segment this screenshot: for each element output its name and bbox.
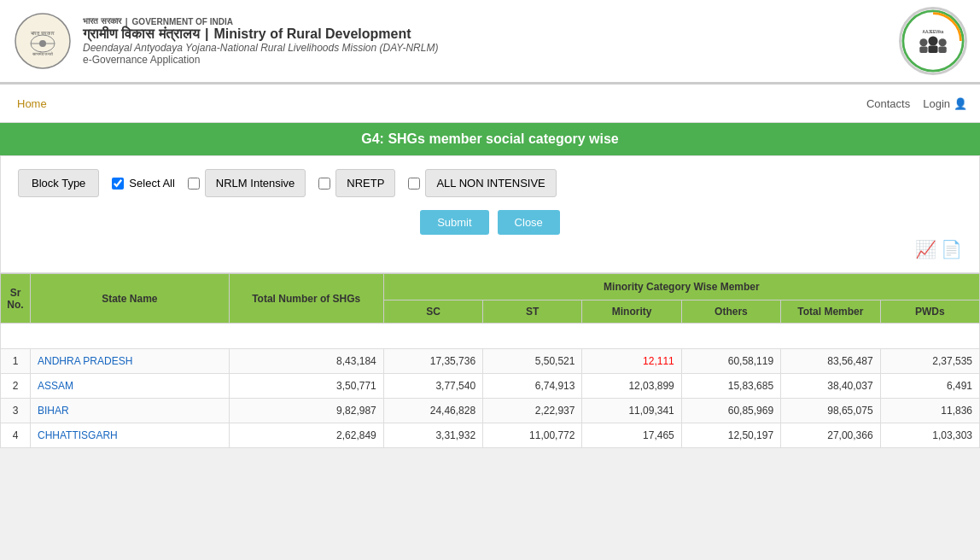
cell-total-member: 38,40,037 bbox=[781, 374, 880, 399]
col-header-total-member: Total Member bbox=[781, 300, 880, 324]
col-header-total-shgs: Total Number of SHGs bbox=[229, 274, 383, 324]
close-button[interactable]: Close bbox=[498, 210, 560, 235]
select-all-checkbox[interactable] bbox=[112, 178, 124, 190]
cell-minority: 11,09,341 bbox=[582, 399, 681, 423]
col-header-state: State Name bbox=[31, 274, 230, 324]
select-all-label: Select All bbox=[129, 177, 174, 190]
export-icons: 📈 📄 bbox=[18, 239, 962, 260]
cell-others: 12,50,197 bbox=[681, 423, 780, 448]
cell-sc: 17,35,736 bbox=[383, 349, 482, 374]
svg-point-12 bbox=[938, 38, 946, 46]
ministry-title: ग्रामीण विकास मंत्रालय | Ministry of Rur… bbox=[83, 26, 438, 42]
svg-point-10 bbox=[928, 36, 937, 45]
nav-left: Home bbox=[13, 89, 51, 119]
svg-point-8 bbox=[919, 38, 927, 46]
nretp-checkbox[interactable] bbox=[318, 178, 330, 190]
col-header-sc: SC bbox=[383, 300, 482, 324]
header-left: भारत सरकार सत्यमेव जयते भारत सरकार | GOV… bbox=[13, 11, 438, 71]
nav-right: Contacts Login 👤 bbox=[866, 97, 967, 110]
cell-sr: 1 bbox=[1, 349, 31, 374]
cell-others: 15,83,685 bbox=[681, 374, 780, 399]
cell-sr: 4 bbox=[1, 423, 31, 448]
ashoka-emblem: भारत सरकार सत्यमेव जयते bbox=[13, 11, 73, 71]
col-header-pwds: PWDs bbox=[880, 300, 979, 324]
excel-export-icon[interactable]: 📈 bbox=[915, 239, 936, 260]
page-title: G4: SHGs member social category wise bbox=[0, 123, 980, 155]
col-header-st: ST bbox=[483, 300, 582, 324]
filter-row: Block Type Select All NRLM Intensive NRE… bbox=[18, 169, 962, 197]
svg-rect-13 bbox=[938, 46, 946, 52]
cell-minority: 12,111 bbox=[582, 349, 681, 374]
col-header-sr: Sr No. bbox=[1, 274, 31, 324]
cell-total-shgs: 3,50,771 bbox=[229, 374, 383, 399]
page-header: भारत सरकार सत्यमेव जयते भारत सरकार | GOV… bbox=[0, 0, 980, 85]
nav-login[interactable]: Login 👤 bbox=[923, 97, 967, 110]
nrlm-intensive-checkbox[interactable] bbox=[188, 178, 200, 190]
col-header-minority: Minority bbox=[582, 300, 681, 324]
state-name-group-row: State Name bbox=[1, 324, 980, 349]
nrlm-intensive-button[interactable]: NRLM Intensive bbox=[205, 169, 306, 197]
cell-total-shgs: 9,82,987 bbox=[229, 399, 383, 423]
block-type-button[interactable]: Block Type bbox=[18, 169, 99, 197]
data-table-container: Sr No. State Name Total Number of SHGs M… bbox=[0, 273, 980, 448]
cell-total-shgs: 2,62,849 bbox=[229, 423, 383, 448]
cell-total-member: 83,56,487 bbox=[781, 349, 880, 374]
table-row: 3 BIHAR 9,82,987 24,46,828 2,22,937 11,0… bbox=[1, 399, 980, 423]
cell-total-member: 27,00,366 bbox=[781, 423, 880, 448]
cell-others: 60,58,119 bbox=[681, 349, 780, 374]
table-body: State Name 1 ANDHRA PRADESH 8,43,184 17,… bbox=[1, 324, 980, 448]
nav-contacts[interactable]: Contacts bbox=[866, 97, 910, 110]
submit-row: Submit Close bbox=[18, 210, 962, 235]
table-row: 4 CHHATTISGARH 2,62,849 3,31,932 11,00,7… bbox=[1, 423, 980, 448]
cell-pwds: 6,491 bbox=[880, 374, 979, 399]
cell-sc: 3,77,540 bbox=[383, 374, 482, 399]
cell-pwds: 11,836 bbox=[880, 399, 979, 423]
all-non-intensive-button[interactable]: ALL NON INTENSIVE bbox=[425, 169, 556, 197]
cell-st: 6,74,913 bbox=[483, 374, 582, 399]
cell-st: 5,50,521 bbox=[483, 349, 582, 374]
cell-sr: 3 bbox=[1, 399, 31, 423]
cell-sc: 3,31,932 bbox=[383, 423, 482, 448]
cell-others: 60,85,969 bbox=[681, 399, 780, 423]
header-text: भारत सरकार | GOVERNMENT OF INDIA ग्रामीण… bbox=[83, 16, 438, 66]
scheme-name: Deendayal Antyodaya Yojana-National Rura… bbox=[83, 42, 438, 54]
svg-text:AAJEEVika: AAJEEVika bbox=[923, 30, 944, 34]
cell-pwds: 1,03,303 bbox=[880, 423, 979, 448]
cell-st: 11,00,772 bbox=[483, 423, 582, 448]
pdf-export-icon[interactable]: 📄 bbox=[941, 239, 962, 260]
table-main-header-row: Sr No. State Name Total Number of SHGs M… bbox=[1, 274, 980, 300]
cell-minority: 12,03,899 bbox=[582, 374, 681, 399]
all-non-intensive-group: ALL NON INTENSIVE bbox=[408, 169, 556, 197]
cell-state[interactable]: ANDHRA PRADESH bbox=[31, 349, 230, 374]
state-name-group-label: State Name bbox=[1, 324, 980, 349]
select-all-group: Select All bbox=[112, 177, 174, 190]
svg-rect-9 bbox=[919, 46, 927, 52]
cell-total-member: 98,65,075 bbox=[781, 399, 880, 423]
filter-section: Block Type Select All NRLM Intensive NRE… bbox=[0, 155, 980, 273]
table-row: 2 ASSAM 3,50,771 3,77,540 6,74,913 12,03… bbox=[1, 374, 980, 399]
user-icon: 👤 bbox=[954, 97, 967, 110]
cell-state[interactable]: ASSAM bbox=[31, 374, 230, 399]
cell-pwds: 2,37,535 bbox=[880, 349, 979, 374]
table-row: 1 ANDHRA PRADESH 8,43,184 17,35,736 5,50… bbox=[1, 349, 980, 374]
app-type: e-Governance Application bbox=[83, 54, 438, 66]
nretp-button[interactable]: NRETP bbox=[335, 169, 395, 197]
cell-st: 2,22,937 bbox=[483, 399, 582, 423]
cell-sc: 24,46,828 bbox=[383, 399, 482, 423]
daynrlm-logo: AAJEEVika bbox=[899, 7, 967, 75]
gov-title: भारत सरकार | GOVERNMENT OF INDIA bbox=[83, 16, 438, 26]
header-right: AAJEEVika bbox=[899, 7, 967, 75]
data-table: Sr No. State Name Total Number of SHGs M… bbox=[0, 273, 980, 448]
nrlm-intensive-group: NRLM Intensive bbox=[188, 169, 306, 197]
cell-state[interactable]: BIHAR bbox=[31, 399, 230, 423]
all-non-intensive-checkbox[interactable] bbox=[408, 178, 420, 190]
cell-minority: 17,465 bbox=[582, 423, 681, 448]
cell-state[interactable]: CHHATTISGARH bbox=[31, 423, 230, 448]
nretp-group: NRETP bbox=[318, 169, 395, 197]
nav-home[interactable]: Home bbox=[13, 89, 51, 119]
svg-text:सत्यमेव जयते: सत्यमेव जयते bbox=[32, 51, 53, 56]
svg-rect-11 bbox=[928, 46, 937, 53]
cell-total-shgs: 8,43,184 bbox=[229, 349, 383, 374]
submit-button[interactable]: Submit bbox=[420, 210, 488, 235]
col-header-minority-group: Minority Category Wise Member bbox=[383, 274, 979, 300]
